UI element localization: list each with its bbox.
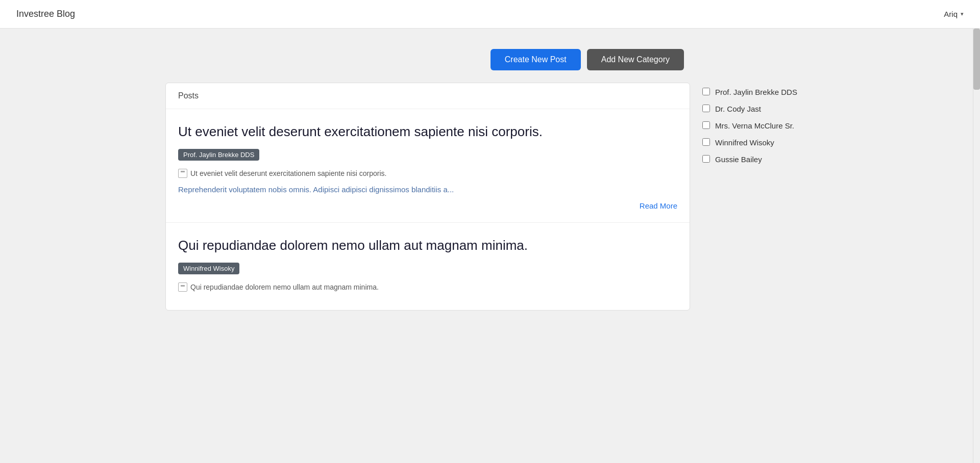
post-author-badge: Winnifred Wisoky <box>178 263 239 274</box>
post-author-badge: Prof. Jaylin Brekke DDS <box>178 149 259 161</box>
scrollbar-thumb[interactable] <box>973 29 980 90</box>
sidebar-filter-item[interactable]: Prof. Jaylin Brekke DDS <box>702 87 815 97</box>
filter-label: Winnifred Wisoky <box>715 137 774 148</box>
filter-checkbox-gussie[interactable] <box>702 155 710 163</box>
post-card: Qui repudiandae dolorem nemo ullam aut m… <box>166 223 690 310</box>
add-category-button[interactable]: Add New Category <box>587 49 684 70</box>
filter-checkbox-mrs-verna[interactable] <box>702 121 710 129</box>
post-image-placeholder: Qui repudiandae dolorem nemo ullam aut m… <box>178 282 677 292</box>
main-wrapper: Create New Post Add New Category Posts U… <box>0 29 980 331</box>
sidebar: Prof. Jaylin Brekke DDS Dr. Cody Jast Mr… <box>702 83 815 169</box>
filter-label: Mrs. Verna McClure Sr. <box>715 120 794 131</box>
navbar-brand: Investree Blog <box>16 9 75 19</box>
filter-label: Gussie Bailey <box>715 154 762 165</box>
content-layout: Posts Ut eveniet velit deserunt exercita… <box>153 83 827 311</box>
image-icon <box>178 282 187 292</box>
filter-label: Prof. Jaylin Brekke DDS <box>715 87 797 97</box>
sidebar-filter-item[interactable]: Mrs. Verna McClure Sr. <box>702 120 815 131</box>
read-more-link[interactable]: Read More <box>178 201 677 210</box>
sidebar-filter-item[interactable]: Dr. Cody Jast <box>702 104 815 114</box>
post-title: Ut eveniet velit deserunt exercitationem… <box>178 123 677 141</box>
filter-checkbox-winnifred[interactable] <box>702 138 710 146</box>
post-image-placeholder: Ut eveniet velit deserunt exercitationem… <box>178 169 677 178</box>
post-image-alt-text: Ut eveniet velit deserunt exercitationem… <box>190 169 386 177</box>
create-post-button[interactable]: Create New Post <box>491 49 581 70</box>
filter-checkbox-prof-jaylin[interactable] <box>702 88 710 95</box>
post-excerpt: Reprehenderit voluptatem nobis omnis. Ad… <box>178 184 677 196</box>
scrollbar-track[interactable] <box>973 29 980 463</box>
post-image-alt-text: Qui repudiandae dolorem nemo ullam aut m… <box>190 283 379 291</box>
sidebar-filter-item[interactable]: Winnifred Wisoky <box>702 137 815 148</box>
navbar: Investree Blog Ariq ▾ <box>0 0 980 29</box>
sidebar-filter-list: Prof. Jaylin Brekke DDS Dr. Cody Jast Mr… <box>702 83 815 169</box>
user-dropdown-arrow: ▾ <box>961 11 964 17</box>
posts-panel: Posts Ut eveniet velit deserunt exercita… <box>165 83 690 311</box>
post-card: Ut eveniet velit deserunt exercitationem… <box>166 109 690 223</box>
image-icon <box>178 169 187 178</box>
filter-checkbox-dr-cody[interactable] <box>702 105 710 112</box>
navbar-username: Ariq <box>944 10 958 18</box>
action-bar: Create New Post Add New Category <box>153 49 827 70</box>
posts-panel-header: Posts <box>166 83 690 109</box>
filter-label: Dr. Cody Jast <box>715 104 761 114</box>
post-title: Qui repudiandae dolorem nemo ullam aut m… <box>178 237 677 254</box>
navbar-user-menu[interactable]: Ariq ▾ <box>944 10 964 18</box>
sidebar-filter-item[interactable]: Gussie Bailey <box>702 154 815 165</box>
